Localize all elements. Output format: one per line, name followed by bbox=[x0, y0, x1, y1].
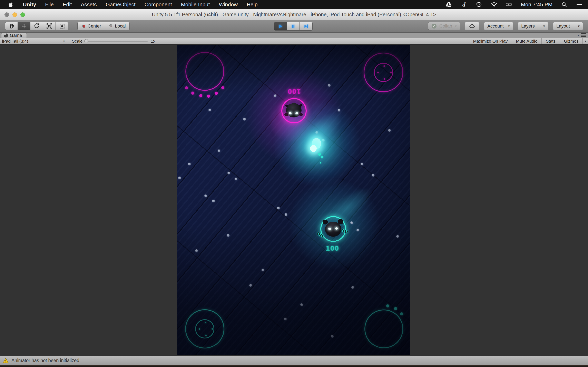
scale-value: 1x bbox=[151, 39, 155, 44]
d-icon[interactable]: d bbox=[460, 1, 467, 8]
pivot-local-label: Local bbox=[115, 24, 126, 29]
player-top-hp: 100 bbox=[287, 87, 301, 95]
maximize-on-play-button[interactable]: Maximize On Play bbox=[469, 38, 512, 44]
scale-slider-track[interactable] bbox=[86, 41, 148, 42]
google-drive-icon[interactable] bbox=[445, 1, 452, 8]
account-dropdown[interactable]: Account ▾ bbox=[484, 22, 513, 30]
aspect-dropdown[interactable]: iPad Tall (3:4) ▲▼ bbox=[0, 38, 67, 44]
scale-tool-button[interactable] bbox=[43, 22, 56, 30]
menu-assets[interactable]: Assets bbox=[81, 1, 97, 8]
game-control-bar: iPad Tall (3:4) ▲▼ Scale 1x Maximize On … bbox=[0, 38, 588, 44]
collab-dropdown[interactable]: ✓ Collab ▾ bbox=[428, 22, 460, 30]
gizmos-caret-icon[interactable]: ▾ bbox=[582, 38, 588, 44]
joystick-top-left-magenta[interactable] bbox=[185, 52, 224, 91]
mute-audio-button[interactable]: Mute Audio bbox=[512, 38, 541, 44]
play-button[interactable] bbox=[274, 22, 287, 31]
maximize-on-play-label: Maximize On Play bbox=[473, 39, 508, 44]
gizmos-dropdown[interactable]: Gizmos bbox=[560, 38, 582, 44]
panel-menu-icon[interactable] bbox=[581, 33, 586, 37]
layout-dropdown[interactable]: Layout ▾ bbox=[553, 22, 583, 30]
joystick-top-right-magenta[interactable] bbox=[364, 53, 403, 92]
macos-menu-bar: Unity File Edit Assets GameObject Compon… bbox=[0, 0, 588, 9]
window-bottom-edge bbox=[0, 365, 588, 367]
joystick-bottom-right-cyan[interactable] bbox=[364, 309, 403, 348]
layers-label: Layers bbox=[521, 24, 535, 29]
account-caret-icon: ▾ bbox=[508, 24, 510, 28]
tab-strip: Game ▾ bbox=[0, 33, 588, 38]
step-button[interactable] bbox=[300, 22, 312, 31]
menu-edit[interactable]: Edit bbox=[63, 1, 72, 8]
hand-tool-button[interactable] bbox=[5, 22, 18, 30]
tab-game[interactable]: Game bbox=[1, 33, 27, 38]
stats-label: Stats bbox=[546, 39, 555, 44]
battery-charging-icon[interactable] bbox=[506, 1, 513, 8]
aspect-value: iPad Tall (3:4) bbox=[2, 39, 28, 44]
menu-component[interactable]: Component bbox=[145, 1, 172, 8]
apple-icon[interactable] bbox=[7, 1, 14, 8]
account-label: Account bbox=[487, 24, 504, 29]
window-title-bar: Unity 5.5.1f1 Personal (64bit) - Game.un… bbox=[0, 9, 588, 20]
notification-list-icon[interactable] bbox=[576, 1, 583, 8]
time-machine-icon[interactable] bbox=[476, 1, 483, 8]
tab-game-label: Game bbox=[10, 33, 22, 38]
pivot-center-label: Center bbox=[87, 24, 101, 29]
stats-button[interactable]: Stats bbox=[541, 38, 560, 44]
gizmos-label: Gizmos bbox=[564, 39, 579, 44]
cloud-icon bbox=[469, 24, 475, 29]
aspect-updown-icon: ▲▼ bbox=[63, 40, 65, 43]
warning-icon bbox=[3, 358, 9, 363]
menu-unity[interactable]: Unity bbox=[23, 1, 36, 8]
menu-gameobject[interactable]: GameObject bbox=[106, 1, 136, 8]
pivot-local-button[interactable]: Local bbox=[105, 22, 130, 30]
unity-toolbar: Center Local ✓ Collab ▾ Account ▾ bbox=[0, 20, 588, 33]
menu-window[interactable]: Window bbox=[219, 1, 238, 8]
collab-label: Collab bbox=[439, 24, 452, 29]
mute-audio-label: Mute Audio bbox=[516, 39, 537, 44]
layout-label: Layout bbox=[556, 24, 570, 29]
rect-tool-button[interactable] bbox=[56, 22, 68, 30]
window-title: Unity 5.5.1f1 Personal (64bit) - Game.un… bbox=[0, 9, 588, 20]
rotate-tool-button[interactable] bbox=[30, 22, 43, 30]
player-bottom-hp: 100 bbox=[326, 244, 339, 252]
game-viewport[interactable]: 100 100 bbox=[177, 45, 410, 355]
status-bar[interactable]: Animator has not been initialized. bbox=[0, 356, 588, 365]
layers-dropdown[interactable]: Layers ▾ bbox=[518, 22, 548, 30]
layers-caret-icon: ▾ bbox=[543, 24, 545, 28]
game-view-icon bbox=[4, 33, 8, 38]
collab-check-icon: ✓ bbox=[432, 24, 437, 29]
cloud-button[interactable] bbox=[465, 22, 479, 30]
scale-slider-knob[interactable] bbox=[84, 39, 88, 43]
pause-button[interactable] bbox=[287, 22, 300, 31]
menu-help[interactable]: Help bbox=[247, 1, 258, 8]
move-tool-button[interactable] bbox=[18, 22, 30, 30]
player-top-creature bbox=[286, 103, 302, 117]
joystick-bottom-left-cyan[interactable] bbox=[185, 309, 224, 349]
layout-caret-icon: ▾ bbox=[578, 24, 580, 28]
player-bottom-creature bbox=[325, 222, 341, 237]
menu-file[interactable]: File bbox=[45, 1, 54, 8]
scale-label: Scale bbox=[72, 39, 83, 44]
pivot-center-button[interactable]: Center bbox=[77, 22, 105, 30]
panel-caret-icon[interactable]: ▾ bbox=[578, 33, 579, 37]
wifi-icon[interactable] bbox=[491, 1, 498, 8]
status-message: Animator has not been initialized. bbox=[11, 358, 81, 363]
spotlight-search-icon[interactable] bbox=[561, 1, 568, 8]
game-panel-content: 100 100 bbox=[0, 44, 588, 356]
menu-mobile-input[interactable]: Mobile Input bbox=[181, 1, 210, 8]
collab-caret-icon: ▾ bbox=[455, 24, 457, 28]
scale-slider[interactable] bbox=[86, 39, 148, 43]
menu-clock[interactable]: Mon 7:45 PM bbox=[521, 1, 553, 8]
